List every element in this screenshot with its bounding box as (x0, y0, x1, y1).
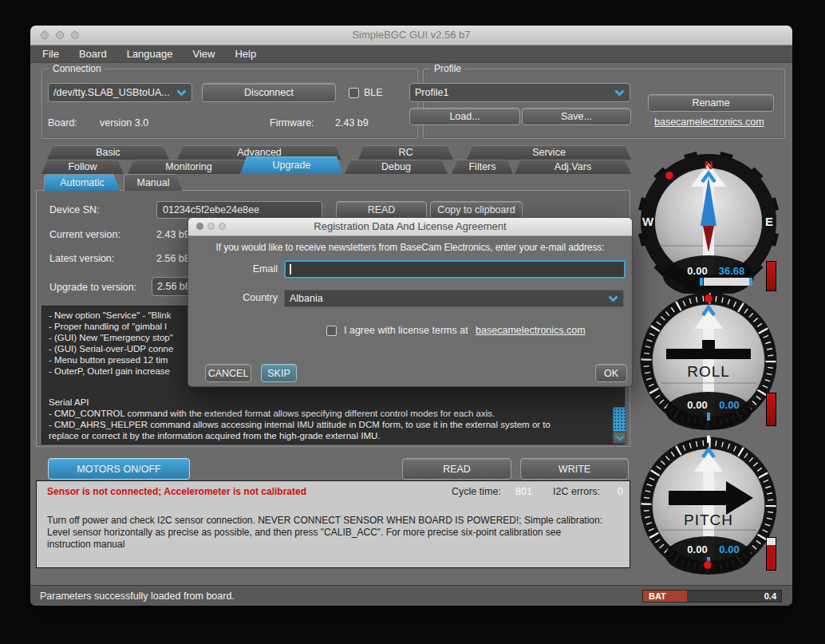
tab-adjvars[interactable]: Adj.Vars (515, 160, 631, 174)
motors-onoff-button[interactable]: MOTORS ON/OFF (48, 458, 190, 480)
battery-badge: BAT (643, 591, 687, 602)
profile-rename-button[interactable]: Rename (648, 94, 774, 112)
roll-level-bar (766, 393, 776, 426)
tab-service[interactable]: Service (467, 145, 631, 160)
menubar: File Board Language View Help (30, 45, 792, 63)
cancel-button[interactable]: CANCEL (205, 364, 251, 382)
tab-rc[interactable]: RC (358, 145, 453, 160)
error-message: Sensor is not connected; Accelerometer i… (47, 486, 306, 497)
zero-marker-dot (704, 561, 712, 569)
battery-indicator: BAT 0.4 (642, 590, 782, 603)
upgrade-to-label: Upgrade to version: (49, 282, 136, 293)
compass-w: W (642, 215, 654, 228)
changelog-line: replace or correct it by the information… (49, 430, 606, 441)
agree-checkbox[interactable] (326, 326, 337, 336)
pitch-value: 0.00 (687, 543, 707, 555)
status-bar: Parameters successfully loaded from boar… (30, 585, 792, 606)
changelog-bottom-block: Serial API - CMD_CONTROL command with th… (49, 397, 606, 441)
profile-select[interactable]: Profile1 (409, 83, 630, 102)
ble-checkbox[interactable] (349, 88, 359, 98)
menu-help[interactable]: Help (235, 48, 256, 60)
device-sn-label: Device SN: (49, 204, 100, 215)
chevron-down-icon (176, 89, 187, 97)
latest-version-label: Latest version: (49, 253, 114, 264)
skip-button[interactable]: SKIP (261, 364, 297, 382)
yaw-trim-bar (700, 278, 752, 286)
board-value: version 3.0 (100, 117, 148, 128)
serial-port-select[interactable]: /dev/tty.SLAB_USBtoUA... (48, 83, 192, 102)
profile-load-button[interactable]: Load... (409, 108, 520, 125)
yaw-value: 0.00 (687, 265, 707, 277)
changelog-line: Serial API (49, 397, 606, 408)
ble-label: BLE (364, 87, 383, 98)
chevron-down-icon (608, 295, 618, 302)
board-label: Board: (48, 117, 77, 128)
changelog-line: - CMD_CONTROL command with the extended … (49, 408, 606, 419)
status-text: Parameters successfully loaded from boar… (40, 591, 235, 602)
email-label: Email (188, 263, 278, 275)
scrollbar-thumb[interactable] (613, 407, 626, 432)
pitch-level-bar (766, 537, 776, 571)
subtab-automatic[interactable]: Automatic (44, 174, 120, 191)
main-window: SimpleBGC GUI v2.56 b7 File Board Langua… (30, 26, 792, 606)
firmware-value: 2.43 b9 (335, 117, 369, 128)
top-tick (707, 436, 710, 443)
roll-value: 0.00 (687, 399, 707, 411)
i2c-errors-value: 0 (618, 486, 623, 497)
basecam-site-link[interactable]: basecamelectronics.com (654, 117, 764, 128)
device-sn-field[interactable]: 01234c5f2ebe24e8ee (156, 201, 322, 219)
load-label: Load... (449, 111, 480, 122)
dialog-titlebar: Registration Data And License Agreement (188, 218, 632, 236)
tab-basic[interactable]: Basic (47, 145, 169, 160)
scrollbar-down-button[interactable] (613, 432, 626, 444)
i2c-errors-label: I2C errors: (553, 486, 600, 497)
latest-version-value: 2.56 b8 (156, 253, 190, 264)
menu-view[interactable]: View (193, 48, 215, 60)
email-input[interactable] (284, 260, 626, 279)
compass-n: N (705, 158, 713, 172)
yaw-level-bar (766, 261, 776, 291)
tab-follow[interactable]: Follow (41, 160, 124, 174)
country-label: Country (188, 292, 278, 303)
titlebar: SimpleBGC GUI v2.56 b7 (30, 26, 792, 45)
license-link[interactable]: basecamelectronics.com (476, 325, 586, 336)
tab-upgrade[interactable]: Upgrade (240, 156, 343, 174)
cycle-time-label: Cycle time: (452, 486, 501, 497)
menu-language[interactable]: Language (127, 48, 173, 60)
yaw-compass-gauge: N W E 0.00 36.68 (637, 150, 780, 294)
pitch-label: PITCH (684, 512, 733, 528)
tab-debug[interactable]: Debug (345, 160, 448, 174)
subtab-manual[interactable]: Manual (124, 174, 183, 191)
zero-marker-dot (705, 294, 712, 302)
disconnect-button[interactable]: Disconnect (202, 83, 336, 102)
country-select[interactable]: Albania (284, 290, 624, 307)
roll-trim-tick (707, 413, 710, 421)
window-title: SimpleBGC GUI v2.56 b7 (30, 29, 792, 41)
current-version-label: Current version: (49, 229, 120, 240)
country-value: Albania (290, 293, 323, 304)
tab-filters[interactable]: Filters (452, 160, 513, 174)
menu-board[interactable]: Board (79, 48, 107, 60)
text-caret (290, 264, 291, 275)
serial-port-value: /dev/tty.SLAB_USBtoUA... (53, 87, 170, 98)
cycle-time-value: 801 (515, 486, 532, 497)
firmware-label: Firmware: (270, 117, 314, 128)
copy-to-clipboard-button[interactable]: Copy to clipboard (430, 201, 523, 219)
changelog-line: - CMD_AHRS_HELPER command allows accessi… (49, 419, 606, 430)
profile-group-label: Profile (430, 63, 465, 74)
ok-button[interactable]: OK (595, 364, 627, 382)
current-version-value: 2.43 b9 (156, 229, 190, 240)
dialog-prompt: If you would like to receive newsletters… (188, 242, 632, 253)
screen: { "window": { "title": "SimpleBGC GUI v2… (0, 0, 825, 644)
profile-save-button[interactable]: Save... (522, 108, 631, 125)
tab-monitoring[interactable]: Monitoring (128, 160, 250, 174)
sn-read-button[interactable]: READ (336, 201, 427, 219)
read-button[interactable]: READ (402, 458, 511, 480)
profile-value: Profile1 (415, 87, 448, 98)
message-panel: Sensor is not connected; Accelerometer i… (36, 480, 630, 568)
menu-file[interactable]: File (42, 48, 59, 60)
compass-e: E (765, 215, 773, 228)
save-label: Save... (561, 111, 592, 122)
write-button[interactable]: WRITE (520, 458, 629, 480)
battery-value: 0.4 (764, 591, 776, 602)
